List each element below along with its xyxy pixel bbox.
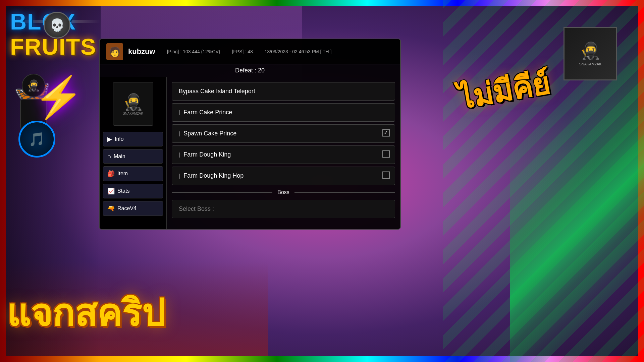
profile-pic-corner: 🥷 SNAKAM2AK: [564, 27, 617, 80]
farm-dough-king-checkbox[interactable]: [382, 150, 390, 159]
sidebar-racev4-label: RaceV4: [117, 205, 137, 212]
ping-info: [Ping] : 103.444 (12%CV): [167, 49, 220, 54]
sidebar-btn-main[interactable]: ⌂ Main: [103, 149, 163, 164]
content-area: Bypass Cake Island Teleport | Farm Cake …: [167, 77, 400, 230]
main-icon: ⌂: [107, 153, 111, 160]
select-boss-label: Select Boss :: [179, 205, 214, 213]
bypass-cake-island-btn[interactable]: Bypass Cake Island Teleport: [172, 82, 395, 101]
farm-cake-prince-btn[interactable]: | Farm Cake Prince: [172, 103, 395, 122]
farm-dough-king-hop-label: Farm Dough King Hop: [183, 172, 244, 179]
datetime-info: 13/09/2023 - 02:46:53 PM [ TH ]: [265, 49, 332, 54]
profile-pic-label: SNAKAM2AK: [579, 62, 601, 66]
sidebar-item-label: Item: [117, 171, 128, 177]
thai-share-script-text: แจกสคริป: [7, 284, 165, 342]
sidebar-avatar-container: 🥷 SNAKAM2AK: [103, 82, 163, 126]
boss-divider: Boss: [172, 188, 395, 197]
separator-3: |: [179, 152, 180, 158]
spawn-cake-prince-label: Spawn Cake Prince: [183, 130, 236, 137]
panel-body: 🥷 SNAKAM2AK ▶ Info ⌂ Main 🎒 Item 📈 Stats: [100, 77, 400, 230]
separator-1: |: [179, 110, 180, 116]
fps-info: [FPS] : 48: [232, 49, 253, 54]
logo-fruits: FRUITS: [10, 35, 97, 58]
checkbox-checked-icon: [382, 129, 390, 136]
bypass-label: Bypass Cake Island Teleport: [179, 88, 255, 95]
racev4-icon: 🔫: [107, 205, 115, 212]
farm-dough-king-hop-btn[interactable]: | Farm Dough King Hop: [172, 167, 395, 185]
lightning-icon: ⚡: [34, 74, 84, 121]
profile-sim-content: 🥷 SNAKAM2AK: [565, 28, 616, 79]
sidebar-info-label: Info: [115, 136, 124, 142]
checkbox-unchecked-hop-icon: [382, 171, 390, 179]
item-icon: 🎒: [107, 170, 115, 177]
panel-header: 🧑 kubzuw [Ping] : 103.444 (12%CV) [FPS] …: [100, 39, 400, 64]
sidebar-btn-info[interactable]: ▶ Info: [103, 132, 163, 146]
stats-icon: 📈: [107, 187, 115, 195]
boss-line-left: [172, 192, 272, 193]
defeat-counter: Defeat : 20: [100, 64, 400, 77]
main-panel: 🧑 kubzuw [Ping] : 103.444 (12%CV) [FPS] …: [99, 39, 401, 230]
spawn-cake-prince-btn[interactable]: | Spawn Cake Prince: [172, 124, 395, 143]
username-label: kubzuw: [128, 47, 155, 56]
farm-cake-prince-label: Farm Cake Prince: [183, 109, 232, 116]
info-icon: ▶: [107, 135, 112, 143]
user-avatar: 🧑: [106, 43, 123, 60]
game-logo: 💀 BLOX FRUITS: [10, 10, 104, 64]
separator-2: |: [179, 131, 180, 137]
spawn-cake-checkbox[interactable]: [382, 129, 390, 138]
sidebar-btn-stats[interactable]: 📈 Stats: [103, 184, 163, 198]
boss-label: Boss: [277, 189, 289, 195]
separator-4: |: [179, 173, 180, 179]
sidebar-btn-racev4[interactable]: 🔫 RaceV4: [103, 201, 163, 216]
disc-icon: 🎵: [18, 121, 55, 158]
skull-decoration: 💀: [44, 12, 70, 39]
farm-dough-king-hop-checkbox[interactable]: [382, 171, 390, 180]
sidebar-stats-label: Stats: [117, 188, 129, 194]
farm-dough-king-btn[interactable]: | Farm Dough King: [172, 145, 395, 164]
sidebar: 🥷 SNAKAM2AK ▶ Info ⌂ Main 🎒 Item 📈 Stats: [100, 77, 167, 230]
sidebar-main-label: Main: [114, 154, 125, 160]
select-boss-btn[interactable]: Select Boss :: [172, 200, 395, 218]
sidebar-avatar-image: 🥷 SNAKAM2AK: [113, 82, 153, 126]
checkbox-unchecked-icon: [382, 150, 390, 158]
farm-dough-king-label: Farm Dough King: [183, 151, 231, 158]
sidebar-btn-item[interactable]: 🎒 Item: [103, 166, 163, 181]
boss-line-right: [294, 192, 395, 193]
